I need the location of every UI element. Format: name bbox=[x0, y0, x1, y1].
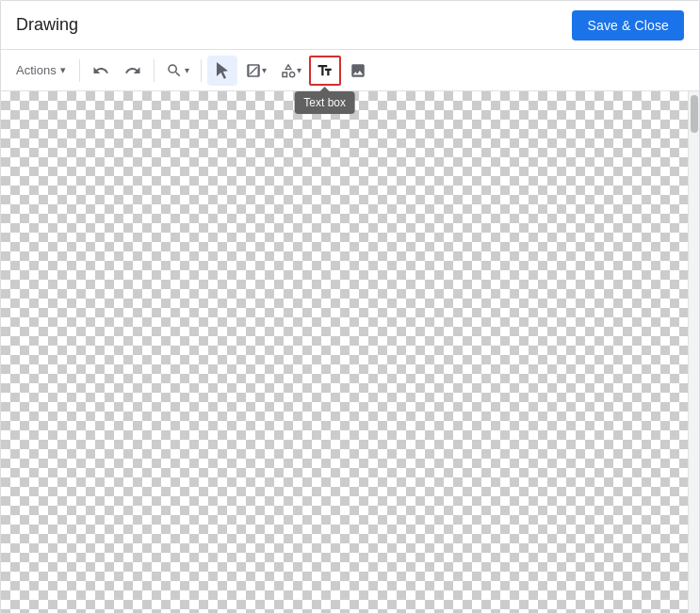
toolbar: Actions ▾ ▾ bbox=[1, 50, 699, 91]
textbox-wrapper: Text box bbox=[309, 56, 341, 86]
canvas-surface[interactable] bbox=[1, 91, 699, 613]
scrollbar-right[interactable] bbox=[688, 91, 699, 613]
separator-3 bbox=[201, 59, 202, 82]
line-button[interactable]: ▾ bbox=[239, 56, 272, 86]
shape-chevron: ▾ bbox=[297, 65, 301, 75]
shape-button[interactable]: ▾ bbox=[274, 56, 307, 86]
zoom-chevron: ▾ bbox=[185, 65, 189, 75]
scrollbar-thumb[interactable] bbox=[691, 95, 698, 133]
canvas-area[interactable] bbox=[1, 91, 699, 613]
image-button[interactable] bbox=[343, 56, 373, 86]
separator-2 bbox=[154, 59, 155, 82]
shape-icon bbox=[280, 62, 297, 79]
image-icon bbox=[350, 62, 366, 79]
title-bar: Drawing Save & Close bbox=[1, 1, 699, 50]
dialog-title: Drawing bbox=[16, 15, 78, 35]
save-close-button[interactable]: Save & Close bbox=[572, 10, 684, 40]
undo-button[interactable] bbox=[86, 56, 116, 86]
actions-chevron: ▾ bbox=[60, 64, 66, 76]
zoom-icon bbox=[166, 62, 183, 79]
textbox-icon bbox=[317, 62, 334, 79]
undo-icon bbox=[92, 62, 109, 79]
textbox-button[interactable] bbox=[309, 56, 341, 86]
select-button[interactable] bbox=[207, 56, 237, 86]
separator-1 bbox=[79, 59, 80, 82]
zoom-button[interactable]: ▾ bbox=[160, 56, 195, 86]
redo-icon bbox=[124, 62, 141, 79]
actions-label: Actions bbox=[16, 63, 57, 77]
line-icon bbox=[245, 62, 262, 79]
line-chevron: ▾ bbox=[262, 65, 267, 75]
actions-button[interactable]: Actions ▾ bbox=[8, 56, 73, 86]
cursor-icon bbox=[214, 62, 231, 79]
drawing-dialog: Drawing Save & Close Actions ▾ bbox=[0, 0, 700, 614]
redo-button[interactable] bbox=[118, 56, 148, 86]
